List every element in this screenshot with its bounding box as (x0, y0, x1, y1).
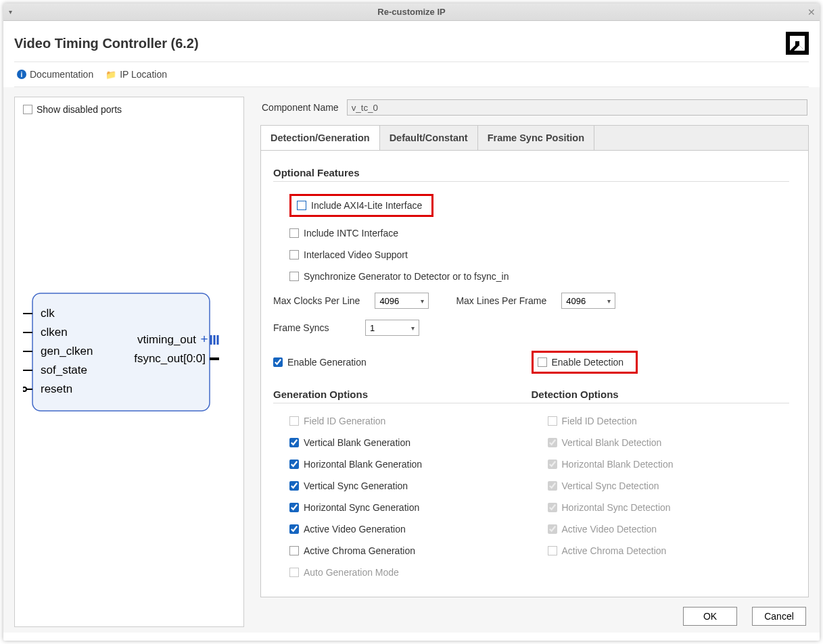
gen-vblank[interactable]: Vertical Blank Generation (273, 432, 532, 453)
folder-icon: 📁 (105, 70, 116, 80)
gen-field-id: Field ID Generation (273, 410, 532, 432)
det-field-id: Field ID Detection (532, 410, 790, 432)
frame-syncs-label: Frame Syncs (273, 322, 358, 333)
det-vsync: Vertical Sync Detection (532, 475, 790, 497)
svg-text:gen_clken: gen_clken (41, 345, 93, 357)
svg-text:clken: clken (41, 326, 68, 339)
max-lines-select[interactable]: 4096▾ (561, 293, 615, 309)
tab-default-constant[interactable]: Default/Constant (380, 126, 478, 150)
highlight-axi: Include AXI4-Lite Interface (289, 194, 433, 217)
detection-options-title: Detection Options (532, 389, 790, 400)
window-menu-icon[interactable]: ▾ (9, 8, 12, 16)
show-disabled-ports-checkbox[interactable]: Show disabled ports (23, 104, 235, 115)
optional-features-title: Optional Features (273, 167, 789, 178)
svg-text:fsync_out[0:0]: fsync_out[0:0] (134, 352, 206, 365)
component-name-label: Component Name (262, 102, 339, 113)
ip-location-link[interactable]: 📁IP Location (105, 69, 167, 80)
gen-active[interactable]: Active Video Generation (273, 518, 532, 540)
svg-text:resetn: resetn (41, 382, 72, 395)
svg-point-6 (23, 387, 26, 391)
gen-vsync[interactable]: Vertical Sync Generation (273, 475, 532, 497)
det-vblank: Vertical Blank Detection (532, 432, 790, 453)
frame-syncs-select[interactable]: 1▾ (365, 320, 419, 336)
chevron-down-icon: ▾ (421, 297, 424, 305)
tab-frame-sync-position[interactable]: Frame Sync Position (478, 126, 594, 150)
max-lines-label: Max Lines Per Frame (456, 295, 546, 306)
titlebar: ▾ Re-customize IP ✕ (3, 3, 820, 21)
svg-text:sof_state: sof_state (41, 364, 87, 376)
page-title: Video Timing Controller (6.2) (14, 36, 199, 51)
tab-detection-generation[interactable]: Detection/Generation (261, 126, 380, 150)
gen-hblank[interactable]: Horizontal Blank Generation (273, 453, 532, 475)
interlaced-checkbox[interactable]: Interlaced Video Support (273, 244, 789, 266)
close-icon[interactable]: ✕ (807, 7, 816, 18)
svg-text:+: + (200, 332, 208, 346)
highlight-detection: Enable Detection (532, 351, 638, 374)
sync-gen-checkbox[interactable]: Synchronize Generator to Detector or to … (273, 266, 789, 287)
gen-chroma[interactable]: Active Chroma Generation (273, 540, 532, 562)
include-axi-checkbox[interactable]: Include AXI4-Lite Interface (293, 197, 426, 214)
gen-hsync[interactable]: Horizontal Sync Generation (273, 497, 532, 518)
max-clocks-select[interactable]: 4096▾ (375, 293, 429, 309)
ip-block-diagram: clk clken gen_clken sof_state resetn vti… (23, 291, 235, 428)
gen-auto: Auto Generation Mode (273, 562, 532, 583)
det-chroma: Active Chroma Detection (532, 540, 790, 562)
det-hblank: Horizontal Blank Detection (532, 453, 790, 475)
enable-detection-checkbox[interactable]: Enable Detection (535, 354, 631, 370)
ok-button[interactable]: OK (683, 607, 737, 626)
det-hsync: Horizontal Sync Detection (532, 497, 790, 518)
det-active: Active Video Detection (532, 518, 790, 540)
chevron-down-icon: ▾ (411, 324, 415, 332)
info-icon: i (17, 70, 26, 79)
svg-text:vtiming_out: vtiming_out (137, 333, 196, 346)
window-title: Re-customize IP (377, 7, 445, 17)
enable-generation-checkbox[interactable]: Enable Generation (273, 351, 532, 373)
cancel-button[interactable]: Cancel (752, 607, 806, 626)
generation-options-title: Generation Options (273, 389, 532, 400)
documentation-link[interactable]: iDocumentation (17, 69, 93, 80)
max-clocks-label: Max Clocks Per Line (273, 295, 360, 306)
component-name-input[interactable] (347, 99, 807, 116)
svg-text:clk: clk (41, 307, 55, 320)
amd-logo-icon (786, 32, 809, 55)
include-intc-checkbox[interactable]: Include INTC Interface (273, 222, 789, 244)
chevron-down-icon: ▾ (607, 297, 611, 305)
